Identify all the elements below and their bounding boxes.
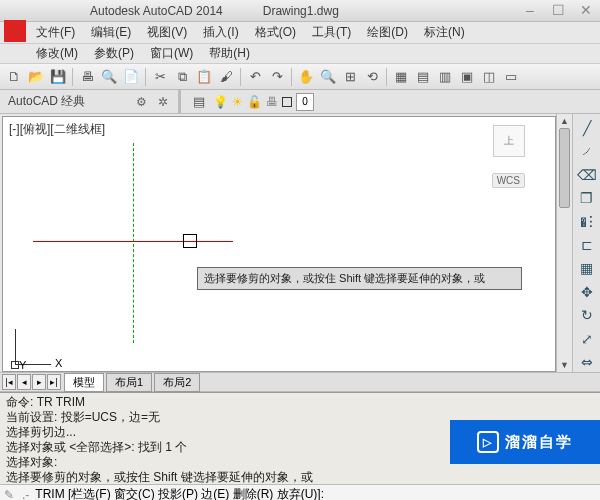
close-button[interactable]: ✕ [572, 0, 600, 20]
command-line[interactable]: ✎ .- TRIM [栏选(F) 窗交(C) 投影(P) 边(E) 删除(R) … [0, 484, 600, 500]
move-tool-icon[interactable]: ✥ [576, 282, 598, 301]
publish-button[interactable]: 📄 [121, 67, 141, 87]
viewcube[interactable]: 上 [493, 125, 525, 157]
lock-icon[interactable]: 🔓 [247, 95, 262, 109]
copy-button[interactable]: ⧉ [172, 67, 192, 87]
stretch-tool-icon[interactable]: ⇔ [576, 353, 598, 372]
menu-modify[interactable]: 修改(M) [30, 43, 84, 64]
scale-tool-icon[interactable]: ⤢ [576, 329, 598, 348]
save-button[interactable]: 💾 [48, 67, 68, 87]
layer-swatch-icon[interactable] [282, 97, 292, 107]
sheet-set-button[interactable]: ▣ [457, 67, 477, 87]
separator [240, 68, 241, 86]
copy-tool-icon[interactable]: ❐ [576, 188, 598, 207]
menu-bar-2: 修改(M) 参数(P) 窗口(W) 帮助(H) [0, 44, 600, 64]
pan-button[interactable]: ✋ [296, 67, 316, 87]
tab-layout2[interactable]: 布局2 [154, 373, 200, 392]
watermark-banner: ▷ 溜溜自学 [450, 420, 600, 464]
line-tool-icon[interactable]: ╱ [576, 118, 598, 137]
tab-layout1[interactable]: 布局1 [106, 373, 152, 392]
paste-button[interactable]: 📋 [194, 67, 214, 87]
markup-button[interactable]: ◫ [479, 67, 499, 87]
wcs-label[interactable]: WCS [492, 173, 525, 188]
maximize-button[interactable]: ☐ [544, 0, 572, 20]
tab-next-button[interactable]: ▸ [32, 374, 46, 390]
scroll-down-icon[interactable]: ▼ [557, 358, 572, 372]
rotate-tool-icon[interactable]: ↻ [576, 306, 598, 325]
menu-help[interactable]: 帮助(H) [203, 43, 256, 64]
layout-tabstrip: |◂ ◂ ▸ ▸| 模型 布局1 布局2 [0, 372, 600, 392]
new-button[interactable]: 🗋 [4, 67, 24, 87]
design-center-button[interactable]: ▤ [413, 67, 433, 87]
menu-edit[interactable]: 编辑(E) [85, 22, 137, 43]
cut-button[interactable]: ✂ [150, 67, 170, 87]
standard-toolbar: 🗋 📂 💾 🖶 🔍 📄 ✂ ⧉ 📋 🖌 ↶ ↷ ✋ 🔍 ⊞ ⟲ ▦ ▤ ▥ ▣ … [0, 64, 600, 90]
red-horizontal-line [33, 241, 233, 242]
menu-window[interactable]: 窗口(W) [144, 43, 199, 64]
layer-toolbar: ▤ 💡 ☀ 🔓 🖶 0 [185, 92, 314, 112]
tool-palettes-button[interactable]: ▥ [435, 67, 455, 87]
crosshair-pickbox [183, 234, 197, 248]
menu-dimension[interactable]: 标注(N) [418, 22, 471, 43]
app-name: Autodesk AutoCAD 2014 [90, 4, 223, 18]
ucs-y-label: Y [19, 359, 26, 371]
print-preview-button[interactable]: 🔍 [99, 67, 119, 87]
erase-tool-icon[interactable]: ⌫ [576, 165, 598, 184]
menu-draw[interactable]: 绘图(D) [361, 22, 414, 43]
tab-last-button[interactable]: ▸| [47, 374, 61, 390]
tab-prev-button[interactable]: ◂ [17, 374, 31, 390]
workspace-gear-icon[interactable]: ✲ [152, 92, 174, 112]
scroll-thumb[interactable] [559, 128, 570, 208]
mirror-tool-icon[interactable]: �᎒ [576, 212, 598, 231]
construction-line-icon[interactable]: ⟋ [576, 141, 598, 160]
separator [291, 68, 292, 86]
open-button[interactable]: 📂 [26, 67, 46, 87]
zoom-previous-button[interactable]: ⟲ [362, 67, 382, 87]
separator [386, 68, 387, 86]
layer-dropdown[interactable]: 0 [296, 93, 314, 111]
bulb-icon[interactable]: 💡 [213, 95, 228, 109]
sun-icon[interactable]: ☀ [232, 95, 243, 109]
minimize-button[interactable]: – [516, 0, 544, 20]
scroll-up-icon[interactable]: ▲ [557, 114, 572, 128]
workspace-dropdown[interactable]: AutoCAD 经典 [0, 93, 130, 110]
layer-properties-button[interactable]: ▤ [189, 92, 209, 112]
array-tool-icon[interactable]: ▦ [576, 259, 598, 278]
title-bar: Autodesk AutoCAD 2014 Drawing1.dwg – ☐ ✕ [0, 0, 600, 22]
plot-icon[interactable]: 🖶 [266, 95, 278, 109]
command-tooltip: 选择要修剪的对象，或按住 Shift 键选择要延伸的对象，或 [197, 267, 522, 290]
menu-parametric[interactable]: 参数(P) [88, 43, 140, 64]
menu-tools[interactable]: 工具(T) [306, 22, 357, 43]
properties-button[interactable]: ▦ [391, 67, 411, 87]
play-icon: ▷ [477, 431, 499, 453]
command-prompt-icon: ✎ [4, 488, 18, 501]
document-name: Drawing1.dwg [263, 4, 339, 18]
menu-format[interactable]: 格式(O) [249, 22, 302, 43]
zoom-window-button[interactable]: ⊞ [340, 67, 360, 87]
offset-tool-icon[interactable]: ⊏ [576, 235, 598, 254]
calculator-button[interactable]: ▭ [501, 67, 521, 87]
tab-model[interactable]: 模型 [64, 373, 104, 392]
match-properties-button[interactable]: 🖌 [216, 67, 236, 87]
menu-insert[interactable]: 插入(I) [197, 22, 244, 43]
app-icon[interactable] [4, 20, 26, 42]
viewport-label[interactable]: [-][俯视][二维线框] [9, 121, 105, 138]
tab-nav: |◂ ◂ ▸ ▸| [2, 374, 62, 390]
cmd-line-0: 命令: TR TRIM [6, 395, 594, 410]
menu-file[interactable]: 文件(F) [30, 22, 81, 43]
workspace-settings-icon[interactable]: ⚙ [130, 92, 152, 112]
zoom-realtime-button[interactable]: 🔍 [318, 67, 338, 87]
right-toolbar: ╱ ⟋ ⌫ ❐ �᎒ ⊏ ▦ ✥ ↻ ⤢ ⇔ [572, 114, 600, 372]
drawing-canvas[interactable]: [-][俯视][二维线框] 上 WCS 选择要修剪的对象，或按住 Shift 键… [2, 116, 556, 372]
separator [72, 68, 73, 86]
print-button[interactable]: 🖶 [77, 67, 97, 87]
tab-first-button[interactable]: |◂ [2, 374, 16, 390]
vertical-scrollbar[interactable]: ▲ ▼ [556, 114, 572, 372]
ucs-x-label: X [55, 357, 62, 369]
command-prompt-text: TRIM [栏选(F) 窗交(C) 投影(P) 边(E) 删除(R) 放弃(U)… [35, 486, 324, 500]
menu-view[interactable]: 视图(V) [141, 22, 193, 43]
cmd-line-5: 选择要修剪的对象，或按住 Shift 键选择要延伸的对象，或 [6, 470, 594, 484]
window-controls: – ☐ ✕ [516, 0, 600, 20]
redo-button[interactable]: ↷ [267, 67, 287, 87]
undo-button[interactable]: ↶ [245, 67, 265, 87]
